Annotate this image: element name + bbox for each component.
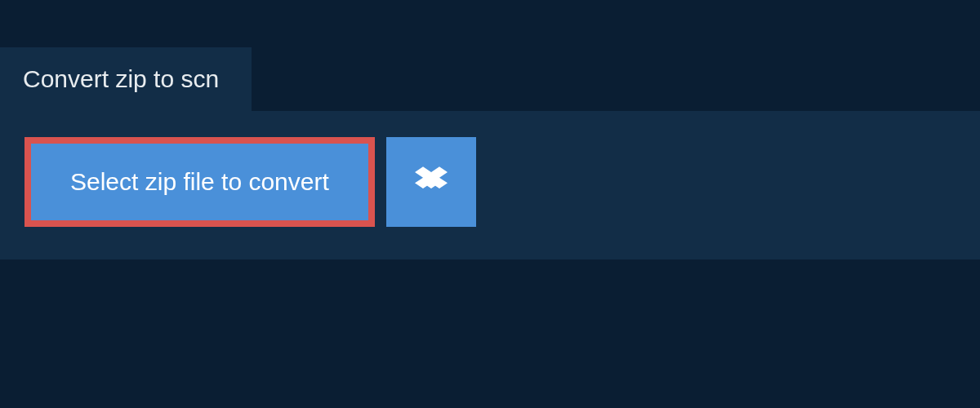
upload-panel: Select zip file to convert <box>0 111 980 259</box>
upload-row: Select zip file to convert <box>24 137 956 227</box>
select-file-label: Select zip file to convert <box>70 168 329 196</box>
select-file-button[interactable]: Select zip file to convert <box>24 137 375 227</box>
dropbox-button[interactable] <box>386 137 476 227</box>
page-title-tab: Convert zip to scn <box>0 47 252 111</box>
dropbox-icon <box>415 164 448 200</box>
page-title: Convert zip to scn <box>23 65 219 92</box>
